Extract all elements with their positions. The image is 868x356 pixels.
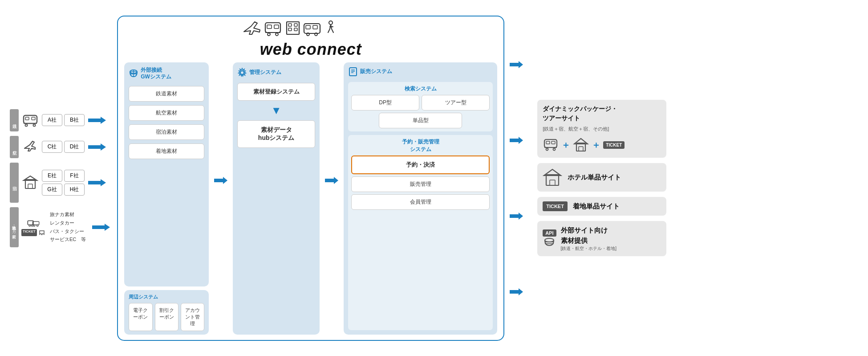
svg-rect-53	[552, 141, 555, 144]
svg-rect-10	[28, 184, 32, 188]
output-hotel-title: ホテル単品サイト	[568, 173, 621, 182]
svg-rect-59	[579, 147, 583, 151]
gw-item-rail: 鉄道素材	[129, 86, 204, 102]
svg-point-23	[268, 33, 270, 36]
source-row-destination: 着地・旅ナカ素材 TICKET 旅ナカ素材 レンタカー バス・タクシー サービス…	[10, 207, 111, 247]
svg-rect-1	[25, 117, 29, 120]
svg-marker-40	[214, 177, 227, 184]
output-hotel: ホテル単品サイト	[537, 163, 666, 192]
booking-yoyaku: 予約・決済	[351, 155, 490, 174]
arrow-to-dynamic	[510, 60, 523, 69]
mgmt-icon	[237, 68, 247, 78]
arrow-to-hotel	[510, 136, 523, 145]
svg-marker-6	[88, 117, 106, 124]
svg-rect-19	[265, 23, 280, 33]
webconnect-header: web connect	[124, 20, 497, 59]
output-ticket-title: 着地単品サイト	[573, 202, 620, 211]
mgmt-register: 素材登録システム	[237, 83, 315, 101]
down-arrow: ▼	[271, 104, 282, 117]
company-c: C社	[42, 141, 62, 153]
svg-point-13	[29, 225, 31, 226]
svg-rect-43	[349, 68, 357, 76]
arrow-rail	[88, 116, 106, 125]
svg-rect-20	[267, 25, 272, 29]
svg-point-24	[276, 33, 278, 36]
svg-point-5	[33, 124, 36, 126]
svg-marker-42	[325, 177, 338, 184]
svg-point-35	[329, 21, 333, 25]
svg-marker-49	[510, 213, 523, 220]
svg-point-56	[553, 148, 556, 151]
output-api: API 外部サイト向け素材提供 [鉄道・航空・ホテル・着地]	[537, 221, 666, 256]
svg-rect-21	[274, 25, 279, 29]
air-label: 航空	[10, 136, 19, 158]
arrow-air	[88, 143, 106, 151]
webconnect-title: web connect	[124, 40, 497, 59]
source-row-rail: 鉄道 A社 B社	[10, 109, 111, 131]
svg-rect-31	[306, 25, 310, 29]
svg-point-4	[25, 124, 28, 126]
gw-system-panel: 外部接続GWシステム 鉄道素材 航空素材 宿泊素材 着地素材	[124, 62, 209, 286]
output-dynamic-title: ダイナミックパッケージ・ツアーサイト	[543, 104, 617, 123]
booking-sales-mgmt: 販売管理	[351, 176, 490, 192]
company-b: B社	[64, 114, 85, 126]
main-system-box: web connect 外部接続GWシステム 鉄道素材 航空素材 宿泊素材 着地…	[117, 16, 504, 341]
svg-rect-27	[294, 24, 297, 26]
search-title: 検索システム	[351, 85, 490, 93]
svg-rect-62	[550, 180, 555, 185]
rail-label: 鉄道	[10, 109, 19, 131]
peripheral-title: 周辺システム	[129, 294, 204, 300]
mgmt-title: 管理システム	[237, 68, 315, 78]
peri-account: アカウント管理	[181, 303, 204, 331]
booking-title: 予約・販売管理システム	[351, 138, 490, 153]
dynamic-ticket-badge: TICKET	[603, 141, 625, 149]
dynamic-rail-icon	[543, 137, 559, 153]
svg-marker-11	[88, 179, 106, 186]
svg-point-55	[546, 148, 548, 151]
arrow-gw-to-mgmt	[214, 176, 227, 185]
output-dynamic-sub: [鉄道＋宿、航空＋宿、その他]	[543, 126, 609, 132]
arrow-hotel	[88, 178, 106, 187]
booking-subsection: 予約・販売管理システム 予約・決済 販売管理 会員管理	[348, 135, 493, 330]
gw-item-air: 航空素材	[129, 105, 204, 121]
source-row-air: 航空 C社 D社	[10, 136, 111, 158]
sales-title-text: 販売システム	[360, 68, 392, 75]
air-companies: C社 D社	[42, 141, 85, 153]
rail-icon	[21, 111, 39, 129]
svg-point-16	[33, 225, 35, 226]
page: 鉄道 A社 B社 航空 C社 D社	[0, 0, 868, 356]
svg-rect-2	[32, 117, 35, 120]
search-subsection: 検索システム DP型 ツアー型 単品型	[348, 82, 493, 131]
output-api-title: 外部サイト向け素材提供	[561, 225, 617, 246]
gw-item-hotel: 宿泊素材	[129, 124, 204, 140]
mgmt-title-text: 管理システム	[249, 69, 281, 76]
company-a: A社	[42, 114, 62, 126]
mgmt-system-panel: 管理システム 素材登録システム ▼ 素材データ hubシステム	[233, 62, 320, 335]
arrow-mgmt-to-sales	[325, 176, 338, 185]
company-h: H社	[64, 184, 85, 196]
hotel-icon	[21, 174, 39, 192]
svg-point-17	[37, 225, 38, 226]
peri-coupon-e: 電子クーポン	[129, 303, 152, 331]
search-dp: DP型	[351, 95, 419, 110]
destination-label: 着地・旅ナカ素材	[10, 207, 19, 247]
svg-point-63	[545, 238, 554, 242]
gw-icon	[129, 69, 138, 78]
right-outputs: ダイナミックパッケージ・ツアーサイト [鉄道＋宿、航空＋宿、その他] ＋ ＋ T…	[537, 100, 666, 256]
ticket-single-badge: TICKET	[543, 201, 568, 211]
right-arrows-col	[510, 27, 523, 330]
peri-coupon-d: 割引クーポン	[155, 303, 178, 331]
svg-marker-7	[88, 143, 106, 151]
arrow-to-api	[510, 287, 523, 296]
svg-rect-28	[288, 28, 292, 31]
company-d: D社	[64, 141, 85, 153]
webconnect-icons	[124, 20, 497, 39]
air-icon	[21, 138, 39, 156]
peripheral-panel: 周辺システム 電子クーポン 割引クーポン アカウント管理	[124, 290, 209, 335]
arrow-to-ticket	[510, 212, 523, 221]
destination-text: 旅ナカ素材 レンタカー バス・タクシー サービスEC 等	[50, 210, 86, 244]
arrow-destination	[92, 223, 110, 232]
destination-icons: TICKET	[21, 218, 45, 236]
company-e: E社	[42, 170, 62, 182]
svg-rect-29	[294, 28, 297, 31]
